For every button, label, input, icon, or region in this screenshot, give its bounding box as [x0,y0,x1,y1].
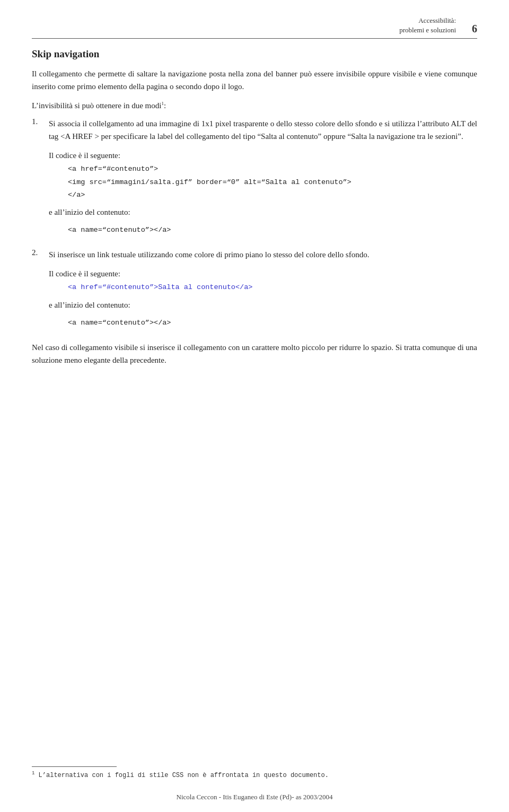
page-footer: Nicola Ceccon - Itis Euganeo di Este (Pd… [0,793,509,801]
intro-paragraph: Il collegamento che permette di saltare … [32,67,477,93]
header-title-line1: Accessibilità: [399,16,456,25]
conclusion-paragraph: Nel caso di collegamento visibile si ins… [32,341,477,366]
invisibility-intro: L’invisibilità si può ottenere in due mo… [32,99,477,112]
invisibility-suffix: : [164,101,166,110]
code-link: <a href=“#contenuto”>Salta al contenuto<… [68,283,252,291]
header-title-line2: problemi e soluzioni [399,25,456,35]
list-item-1-text: Si associa il collelgamento ad una immag… [49,117,477,143]
footnote-rule [32,766,117,767]
list-content-2: Si inserisce un link testuale utilizzand… [49,248,477,334]
list-item-2-code-block-2: <a name=“contenuto”></a> [49,318,477,328]
list-item-2-text: Si inserisce un link testuale utilizzand… [49,248,477,261]
list-item-1: 1. Si associa il collelgamento ad una im… [32,117,477,241]
code-text: <a href=“#contenuto”> [68,165,158,173]
header-title: Accessibilità: problemi e soluzioni [399,16,456,35]
list-number-1: 1. [32,117,43,126]
footnote-1: 1 L’alternativa con i fogli di stile CSS… [32,770,477,780]
list-item-2-and-label: e all’inizio del contenuto: [49,299,477,311]
list-item-1-code-block: <a href=“#contenuto”> <img src=“immagini… [49,164,477,200]
list-item-2-row: 2. Si inserisce un link testuale utilizz… [32,248,477,334]
page-number: 6 [472,23,477,35]
list-item-1-code-line-3: </a> [68,190,477,200]
list-item-1-and-label: e all’inizio del contenuto: [49,206,477,219]
footnote-number: 1 [32,771,34,776]
list-item-1-code2-line-1: <a name=“contenuto”></a> [68,225,477,235]
list-item-1-code-label: Il codice è il seguente: [49,149,477,162]
list-item-2-code-line-1: <a href=“#contenuto”>Salta al contenuto<… [68,282,477,293]
code-text: <a name=“contenuto”></a> [68,319,171,327]
invisibility-label: L’invisibilità si può ottenere in due mo… [32,101,161,110]
section-heading: Skip navigation [32,48,477,60]
list-number-2: 2. [32,248,43,257]
list-item-2-code-label: Il codice è il seguente: [49,267,477,280]
list-item-2-code-block: <a href=“#contenuto”>Salta al contenuto<… [49,282,477,293]
list-item-2: 2. Si inserisce un link testuale utilizz… [32,248,477,334]
list-item-1-code-line-1: <a href=“#contenuto”> [68,164,477,174]
page-container: Accessibilità: problemi e soluzioni 6 Sk… [0,0,509,812]
list-item-2-code2-line-1: <a name=“contenuto”></a> [68,318,477,328]
code-text: </a> [68,191,85,199]
footnote-text-content: L’alternativa con i fogli di stile CSS n… [39,772,329,779]
footnote-area: 1 L’alternativa con i fogli di stile CSS… [32,766,477,780]
header-inner: Accessibilità: problemi e soluzioni 6 [399,16,477,35]
code-text: <img src=“immagini/salta.gif” border=“0”… [68,178,352,186]
list-item-1-code-line-2: <img src=“immagini/salta.gif” border=“0”… [68,177,477,188]
list-item-1-row: 1. Si associa il collelgamento ad una im… [32,117,477,241]
footer-text: Nicola Ceccon - Itis Euganeo di Este (Pd… [177,793,333,801]
page-header: Accessibilità: problemi e soluzioni 6 [32,16,477,39]
list-content-1: Si associa il collelgamento ad una immag… [49,117,477,241]
code-text: <a name=“contenuto”></a> [68,226,171,234]
list-item-1-code-block-2: <a name=“contenuto”></a> [49,225,477,235]
